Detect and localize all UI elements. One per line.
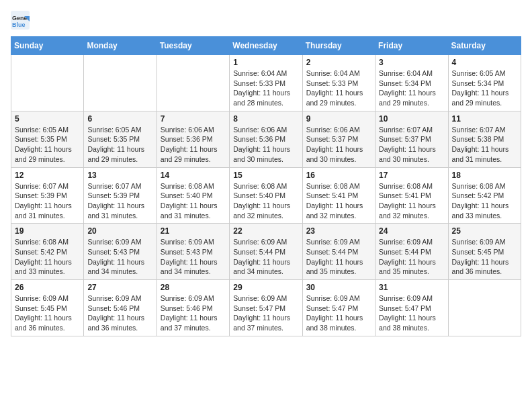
day-info: Sunrise: 6:07 AM Sunset: 5:39 PM Dayligh… [15,181,80,221]
day-info: Sunrise: 6:05 AM Sunset: 5:35 PM Dayligh… [87,125,152,165]
calendar-cell: 3Sunrise: 6:04 AM Sunset: 5:34 PM Daylig… [375,55,448,111]
calendar-cell: 5Sunrise: 6:05 AM Sunset: 5:35 PM Daylig… [11,111,84,167]
logo-icon: General Blue [11,11,30,30]
calendar-cell: 15Sunrise: 6:08 AM Sunset: 5:40 PM Dayli… [230,167,302,224]
day-number: 20 [87,226,152,236]
calendar-cell: 26Sunrise: 6:09 AM Sunset: 5:45 PM Dayli… [11,280,84,336]
calendar-cell: 24Sunrise: 6:09 AM Sunset: 5:44 PM Dayli… [375,224,448,280]
weekday-header-thursday: Thursday [302,37,375,55]
calendar-cell: 1Sunrise: 6:04 AM Sunset: 5:33 PM Daylig… [230,55,302,111]
day-number: 31 [379,283,444,292]
day-info: Sunrise: 6:08 AM Sunset: 5:42 PM Dayligh… [452,181,517,221]
weekday-header-saturday: Saturday [448,37,521,55]
calendar-cell: 11Sunrise: 6:07 AM Sunset: 5:38 PM Dayli… [448,111,521,167]
calendar-cell: 22Sunrise: 6:09 AM Sunset: 5:44 PM Dayli… [230,224,302,280]
calendar-cell: 17Sunrise: 6:08 AM Sunset: 5:41 PM Dayli… [375,167,448,224]
day-info: Sunrise: 6:09 AM Sunset: 5:47 PM Dayligh… [306,293,371,333]
calendar-cell: 25Sunrise: 6:09 AM Sunset: 5:45 PM Dayli… [448,224,521,280]
day-info: Sunrise: 6:09 AM Sunset: 5:43 PM Dayligh… [87,237,152,277]
day-number: 8 [233,114,298,124]
day-info: Sunrise: 6:09 AM Sunset: 5:45 PM Dayligh… [452,237,517,277]
calendar-cell [157,55,229,111]
weekday-header-sunday: Sunday [11,37,84,55]
day-info: Sunrise: 6:08 AM Sunset: 5:42 PM Dayligh… [15,237,80,277]
calendar-cell: 28Sunrise: 6:09 AM Sunset: 5:46 PM Dayli… [157,280,229,336]
calendar-cell: 23Sunrise: 6:09 AM Sunset: 5:44 PM Dayli… [302,224,375,280]
day-info: Sunrise: 6:06 AM Sunset: 5:37 PM Dayligh… [306,125,371,165]
calendar-cell: 18Sunrise: 6:08 AM Sunset: 5:42 PM Dayli… [448,167,521,224]
day-number: 30 [306,283,371,292]
day-info: Sunrise: 6:08 AM Sunset: 5:41 PM Dayligh… [306,181,371,221]
day-number: 14 [161,171,226,180]
day-number: 16 [306,171,371,180]
calendar-cell: 12Sunrise: 6:07 AM Sunset: 5:39 PM Dayli… [11,167,84,224]
day-info: Sunrise: 6:08 AM Sunset: 5:40 PM Dayligh… [233,181,298,221]
day-info: Sunrise: 6:09 AM Sunset: 5:44 PM Dayligh… [379,237,444,277]
weekday-header-monday: Monday [84,37,157,55]
day-number: 15 [233,171,298,180]
day-number: 18 [452,171,517,180]
weekday-header-friday: Friday [375,37,448,55]
day-number: 23 [306,226,371,236]
day-info: Sunrise: 6:05 AM Sunset: 5:35 PM Dayligh… [15,125,80,165]
calendar-cell: 31Sunrise: 6:09 AM Sunset: 5:47 PM Dayli… [375,280,448,336]
day-number: 3 [379,58,444,67]
day-number: 19 [15,226,80,236]
day-number: 4 [452,58,517,67]
logo: General Blue [11,11,32,30]
calendar-cell: 9Sunrise: 6:06 AM Sunset: 5:37 PM Daylig… [302,111,375,167]
day-number: 2 [306,58,371,67]
day-number: 10 [379,114,444,124]
day-info: Sunrise: 6:09 AM Sunset: 5:44 PM Dayligh… [306,237,371,277]
day-number: 5 [15,114,80,124]
calendar-cell: 21Sunrise: 6:09 AM Sunset: 5:43 PM Dayli… [157,224,229,280]
day-info: Sunrise: 6:05 AM Sunset: 5:34 PM Dayligh… [452,68,517,108]
svg-text:Blue: Blue [12,21,26,28]
calendar-cell: 20Sunrise: 6:09 AM Sunset: 5:43 PM Dayli… [84,224,157,280]
day-info: Sunrise: 6:04 AM Sunset: 5:33 PM Dayligh… [306,68,371,108]
day-number: 24 [379,226,444,236]
calendar-cell [448,280,521,336]
day-info: Sunrise: 6:07 AM Sunset: 5:37 PM Dayligh… [379,125,444,165]
day-info: Sunrise: 6:09 AM Sunset: 5:45 PM Dayligh… [15,293,80,333]
day-number: 1 [233,58,298,67]
day-info: Sunrise: 6:08 AM Sunset: 5:41 PM Dayligh… [379,181,444,221]
day-info: Sunrise: 6:09 AM Sunset: 5:44 PM Dayligh… [233,237,298,277]
day-number: 6 [87,114,152,124]
day-info: Sunrise: 6:09 AM Sunset: 5:46 PM Dayligh… [161,293,226,333]
calendar-table: SundayMondayTuesdayWednesdayThursdayFrid… [11,36,521,336]
calendar-cell: 19Sunrise: 6:08 AM Sunset: 5:42 PM Dayli… [11,224,84,280]
day-number: 26 [15,283,80,292]
calendar-cell: 27Sunrise: 6:09 AM Sunset: 5:46 PM Dayli… [84,280,157,336]
calendar-cell: 30Sunrise: 6:09 AM Sunset: 5:47 PM Dayli… [302,280,375,336]
day-number: 25 [452,226,517,236]
weekday-header-tuesday: Tuesday [157,37,229,55]
calendar-cell: 6Sunrise: 6:05 AM Sunset: 5:35 PM Daylig… [84,111,157,167]
day-info: Sunrise: 6:07 AM Sunset: 5:39 PM Dayligh… [87,181,152,221]
calendar-cell [84,55,157,111]
weekday-header-wednesday: Wednesday [230,37,302,55]
calendar-cell [11,55,84,111]
day-number: 13 [87,171,152,180]
calendar-cell: 29Sunrise: 6:09 AM Sunset: 5:47 PM Dayli… [230,280,302,336]
calendar-cell: 16Sunrise: 6:08 AM Sunset: 5:41 PM Dayli… [302,167,375,224]
day-number: 11 [452,114,517,124]
calendar-cell: 2Sunrise: 6:04 AM Sunset: 5:33 PM Daylig… [302,55,375,111]
day-number: 17 [379,171,444,180]
day-info: Sunrise: 6:09 AM Sunset: 5:46 PM Dayligh… [87,293,152,333]
day-number: 28 [161,283,226,292]
day-number: 12 [15,171,80,180]
calendar-cell: 4Sunrise: 6:05 AM Sunset: 5:34 PM Daylig… [448,55,521,111]
day-info: Sunrise: 6:06 AM Sunset: 5:36 PM Dayligh… [233,125,298,165]
calendar-cell: 7Sunrise: 6:06 AM Sunset: 5:36 PM Daylig… [157,111,229,167]
day-number: 9 [306,114,371,124]
calendar-cell: 10Sunrise: 6:07 AM Sunset: 5:37 PM Dayli… [375,111,448,167]
calendar-cell: 8Sunrise: 6:06 AM Sunset: 5:36 PM Daylig… [230,111,302,167]
day-info: Sunrise: 6:06 AM Sunset: 5:36 PM Dayligh… [161,125,226,165]
day-number: 29 [233,283,298,292]
day-number: 21 [161,226,226,236]
day-info: Sunrise: 6:09 AM Sunset: 5:47 PM Dayligh… [233,293,298,333]
page-header: General Blue [11,11,521,30]
day-info: Sunrise: 6:07 AM Sunset: 5:38 PM Dayligh… [452,125,517,165]
day-info: Sunrise: 6:09 AM Sunset: 5:43 PM Dayligh… [161,237,226,277]
